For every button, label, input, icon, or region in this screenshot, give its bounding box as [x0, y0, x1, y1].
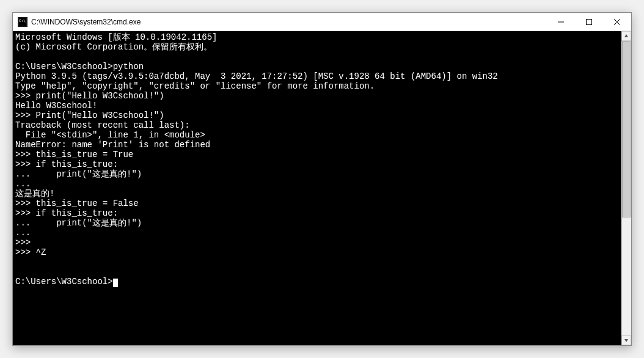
- svg-marker-8: [624, 339, 628, 342]
- terminal-line: >>> if this_is_true:: [15, 159, 118, 169]
- svg-rect-4: [587, 19, 592, 24]
- terminal-line: >>> if this_is_true:: [15, 208, 118, 218]
- terminal-line: ... print("这是真的!"): [15, 169, 142, 179]
- terminal-line: Hello W3Cschool!: [15, 101, 97, 111]
- terminal-area: Microsoft Windows [版本 10.0.19042.1165] (…: [13, 31, 631, 345]
- titlebar[interactable]: C:\ C:\WINDOWS\system32\cmd.exe: [13, 13, 631, 31]
- terminal-line: >>> print("Hello W3Cschool!"): [15, 91, 164, 101]
- terminal-line: >>> this_is_true = False: [15, 199, 139, 208]
- terminal-line: ...: [15, 179, 31, 189]
- terminal-line: ...: [15, 228, 31, 238]
- terminal-line: >>> Print("Hello W3Cschool!"): [15, 111, 164, 120]
- window-title: C:\WINDOWS\system32\cmd.exe: [31, 18, 547, 26]
- terminal-line: C:\Users\W3Cschool>: [15, 277, 113, 287]
- minimize-button[interactable]: [547, 13, 575, 31]
- terminal-line: Python 3.9.5 (tags/v3.9.5:0a7dcbd, May 3…: [15, 71, 498, 81]
- svg-marker-7: [624, 34, 628, 37]
- svg-text:C:\: C:\: [19, 18, 26, 23]
- cmd-window: C:\ C:\WINDOWS\system32\cmd.exe Microsof…: [12, 12, 632, 346]
- terminal-line: Type "help", "copyright", "credits" or "…: [15, 81, 375, 91]
- scrollbar-thumb[interactable]: [622, 41, 631, 217]
- terminal-cursor: [113, 279, 118, 287]
- maximize-button[interactable]: [575, 13, 603, 31]
- scroll-up-button[interactable]: [621, 31, 631, 41]
- scroll-down-button[interactable]: [621, 335, 631, 345]
- terminal-line: ... print("这是真的!"): [15, 218, 142, 228]
- terminal-line: 这是真的!: [15, 189, 54, 199]
- scrollbar-track[interactable]: [621, 41, 631, 335]
- terminal-line: C:\Users\W3Cschool>python: [15, 62, 144, 71]
- terminal-output[interactable]: Microsoft Windows [版本 10.0.19042.1165] (…: [13, 31, 621, 345]
- window-controls: [547, 13, 631, 31]
- terminal-line: Microsoft Windows [版本 10.0.19042.1165]: [15, 32, 217, 42]
- vertical-scrollbar[interactable]: [621, 31, 631, 345]
- terminal-line: File "<stdin>", line 1, in <module>: [15, 130, 205, 140]
- terminal-line: NameError: name 'Print' is not defined: [15, 140, 210, 150]
- terminal-line: >>> ^Z: [15, 247, 46, 257]
- terminal-line: (c) Microsoft Corporation。保留所有权利。: [15, 42, 212, 52]
- terminal-line: >>> this_is_true = True: [15, 150, 133, 159]
- cmd-icon: C:\: [18, 17, 27, 27]
- close-button[interactable]: [603, 13, 631, 31]
- terminal-line: Traceback (most recent call last):: [15, 120, 190, 130]
- terminal-line: >>>: [15, 238, 31, 247]
